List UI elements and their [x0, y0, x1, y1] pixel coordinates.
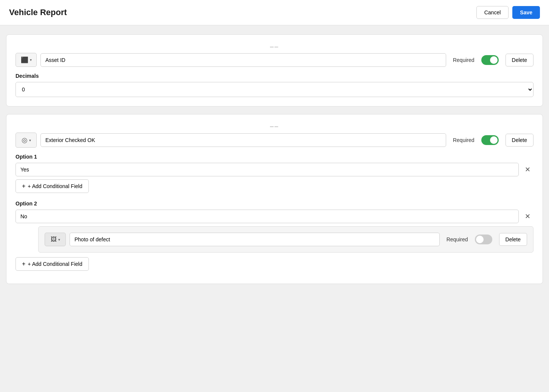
option-block-1: Option 1 ✕ + + Add Conditional Field: [16, 154, 533, 193]
chevron-down-icon-exterior: ▾: [29, 138, 31, 142]
decimals-label: Decimals: [16, 73, 533, 79]
add-conditional-label-option1: + Add Conditional Field: [28, 183, 82, 189]
required-label-asset-id: Required: [453, 57, 475, 63]
required-toggle-asset-id[interactable]: [481, 55, 499, 65]
option2-close-button[interactable]: ✕: [522, 211, 533, 221]
conditional-field-name-input[interactable]: [70, 233, 440, 246]
add-conditional-button-option2[interactable]: + + Add Conditional Field: [16, 257, 89, 271]
option2-label: Option 2: [16, 201, 533, 207]
option-block-2: Option 2 ✕ 🖼 ▾ Required Delete: [16, 201, 533, 271]
field-row-exterior: ◎ ▾ Required Delete: [16, 133, 533, 148]
page-content: ⎯⎯ ⬛ ▾ Required Delete Decimals 0 1 2 3 …: [0, 25, 549, 293]
required-toggle-exterior[interactable]: [481, 135, 499, 145]
add-conditional-button-option1[interactable]: + + Add Conditional Field: [16, 179, 89, 193]
required-toggle-conditional[interactable]: [475, 235, 492, 244]
decimals-section: Decimals 0 1 2 3 4: [16, 73, 533, 97]
card-exterior: ⎯⎯ ◎ ▾ Required Delete Option 1 ✕ + + Ad…: [6, 114, 543, 284]
drag-handle-exterior[interactable]: ⎯⎯: [16, 120, 533, 127]
conditional-field-type-button[interactable]: 🖼 ▾: [45, 233, 66, 246]
add-conditional-label-option2: + Add Conditional Field: [28, 261, 82, 267]
option1-row: ✕: [16, 163, 533, 176]
drag-handle-asset-id[interactable]: ⎯⎯: [16, 41, 533, 48]
conditional-field-row: 🖼 ▾ Required Delete: [45, 233, 527, 246]
drag-handle-icon-exterior: ⎯⎯: [270, 120, 279, 127]
chevron-down-icon: ▾: [30, 58, 32, 62]
option2-input[interactable]: [16, 210, 519, 223]
option1-label: Option 1: [16, 154, 533, 160]
field-type-button-asset-id[interactable]: ⬛ ▾: [16, 53, 37, 67]
drag-handle-icon: ⎯⎯: [270, 41, 279, 48]
conditional-card-photo: 🖼 ▾ Required Delete: [38, 226, 533, 253]
required-label-exterior: Required: [453, 137, 475, 143]
required-label-conditional: Required: [447, 236, 468, 242]
toggle-slider-asset-id: [481, 55, 499, 65]
field-row-asset-id: ⬛ ▾ Required Delete: [16, 53, 533, 67]
field-name-input-exterior[interactable]: [40, 133, 446, 147]
card-asset-id: ⎯⎯ ⬛ ▾ Required Delete Decimals 0 1 2 3 …: [6, 34, 543, 106]
radio-field-icon: ◎: [22, 136, 28, 144]
cancel-button[interactable]: Cancel: [476, 6, 509, 19]
header-actions: Cancel Save: [476, 6, 540, 19]
option1-close-button[interactable]: ✕: [522, 165, 533, 174]
field-type-button-exterior[interactable]: ◎ ▾: [16, 133, 37, 148]
delete-button-exterior[interactable]: Delete: [506, 134, 533, 147]
toggle-slider-exterior: [481, 135, 499, 145]
plus-icon-option1: +: [22, 183, 25, 190]
option2-row: ✕: [16, 210, 533, 223]
toggle-slider-conditional: [475, 235, 492, 244]
number-field-icon: ⬛: [21, 56, 28, 63]
decimals-select[interactable]: 0 1 2 3 4: [16, 82, 533, 97]
field-name-input-asset-id[interactable]: [40, 53, 446, 67]
page-title: Vehicle Report: [9, 8, 67, 17]
plus-icon-option2: +: [22, 261, 25, 267]
photo-field-icon: 🖼: [51, 236, 57, 243]
option1-input[interactable]: [16, 163, 519, 176]
save-button[interactable]: Save: [512, 6, 540, 19]
chevron-down-icon-conditional: ▾: [58, 238, 60, 242]
delete-button-conditional[interactable]: Delete: [499, 233, 527, 246]
header: Vehicle Report Cancel Save: [0, 0, 549, 25]
delete-button-asset-id[interactable]: Delete: [506, 54, 533, 66]
